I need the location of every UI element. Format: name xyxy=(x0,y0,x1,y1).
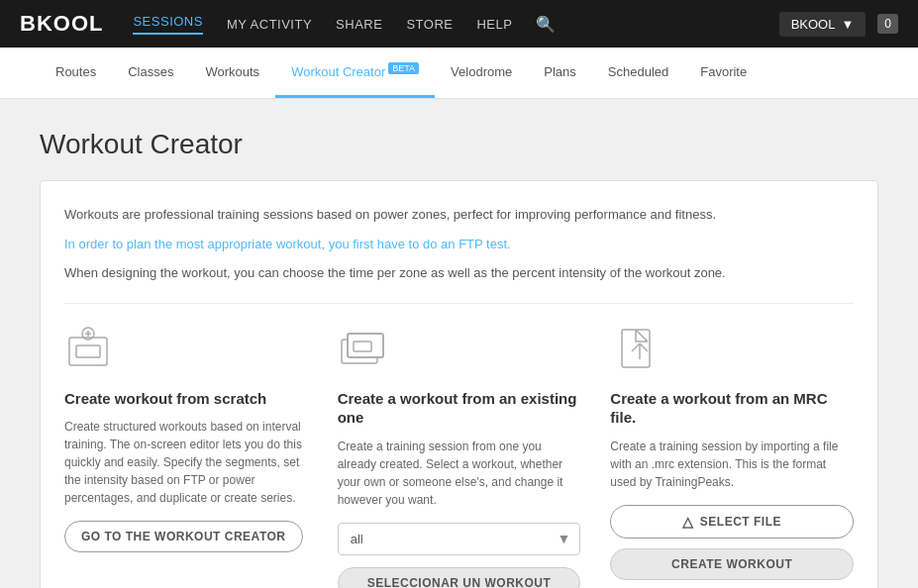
svg-rect-1 xyxy=(76,345,100,357)
svg-line-10 xyxy=(636,330,648,342)
create-scratch-icon xyxy=(64,324,124,375)
tab-velodrome[interactable]: Velodrome xyxy=(435,49,528,98)
user-label: BKOOL xyxy=(791,17,836,32)
tab-scheduled[interactable]: Scheduled xyxy=(592,49,684,98)
create-workout-button[interactable]: CREATE WORKOUT xyxy=(610,548,854,580)
mrc-desc: Create a training session by importing a… xyxy=(610,438,854,491)
top-nav-links: SESSIONS MY ACTIVITY SHARE STORE HELP 🔍 xyxy=(133,14,778,35)
top-navigation: BKOOL SESSIONS MY ACTIVITY SHARE STORE H… xyxy=(0,0,918,48)
site-logo: BKOOL xyxy=(20,11,103,37)
workout-select[interactable]: all xyxy=(338,523,581,555)
svg-line-12 xyxy=(640,343,648,351)
select-file-button[interactable]: △ SELECT FILE xyxy=(610,505,854,539)
mrc-title: Create a workout from an MRC file. xyxy=(610,389,854,428)
tab-favorite[interactable]: Favorite xyxy=(684,49,763,98)
column-scratch: Create workout from scratch Create struc… xyxy=(64,324,308,588)
intro-line1: Workouts are professional training sessi… xyxy=(64,205,854,225)
top-nav-right: BKOOL ▼ 0 xyxy=(779,12,898,37)
select-workout-button[interactable]: SELECCIONAR UN WORKOUT xyxy=(338,567,581,588)
scratch-desc: Create structured workouts based on inte… xyxy=(64,418,308,507)
main-content: Workout Creator Workouts are professiona… xyxy=(0,99,918,588)
tab-classes[interactable]: Classes xyxy=(112,49,189,98)
create-mrc-icon xyxy=(610,324,669,375)
existing-desc: Create a training session from one you a… xyxy=(338,438,581,509)
column-existing: Create a workout from an existing one Cr… xyxy=(338,324,581,588)
secondary-navigation: Routes Classes Workouts Workout CreatorB… xyxy=(0,48,918,99)
svg-rect-0 xyxy=(69,338,107,365)
intro-line2: In order to plan the most appropriate wo… xyxy=(64,235,854,254)
tab-workouts[interactable]: Workouts xyxy=(189,49,275,98)
nav-store[interactable]: STORE xyxy=(406,17,453,32)
ftp-test-link[interactable]: In order to plan the most appropriate wo… xyxy=(64,237,511,251)
nav-sessions[interactable]: SESSIONS xyxy=(133,14,202,35)
go-to-workout-creator-button[interactable]: GO TO THE WORKOUT CREATOR xyxy=(64,521,303,552)
search-icon[interactable]: 🔍 xyxy=(536,15,556,34)
chevron-down-icon: ▼ xyxy=(841,17,854,32)
intro-line3: When designing the workout, you can choo… xyxy=(64,263,854,283)
workout-select-wrapper: all ▼ xyxy=(338,523,581,555)
tab-plans[interactable]: Plans xyxy=(528,49,592,98)
user-menu-button[interactable]: BKOOL ▼ xyxy=(779,12,867,37)
beta-badge: BETA xyxy=(388,62,419,74)
nav-my-activity[interactable]: MY ACTIVITY xyxy=(227,17,312,32)
notification-badge[interactable]: 0 xyxy=(877,14,898,34)
feature-columns: Create workout from scratch Create struc… xyxy=(64,324,854,588)
page-title: Workout Creator xyxy=(40,129,878,160)
card-intro: Workouts are professional training sessi… xyxy=(64,205,854,283)
scratch-title: Create workout from scratch xyxy=(64,389,266,409)
existing-title: Create a workout from an existing one xyxy=(338,389,581,428)
nav-help[interactable]: HELP xyxy=(476,17,512,32)
section-divider xyxy=(64,303,854,304)
create-existing-icon xyxy=(338,324,397,375)
workout-creator-card: Workouts are professional training sessi… xyxy=(40,180,878,588)
tab-routes[interactable]: Routes xyxy=(40,49,112,98)
nav-share[interactable]: SHARE xyxy=(336,17,382,32)
upload-icon: △ xyxy=(682,514,694,530)
column-mrc: Create a workout from an MRC file. Creat… xyxy=(610,324,854,588)
tab-workout-creator[interactable]: Workout CreatorBETA xyxy=(275,48,435,98)
svg-line-11 xyxy=(632,343,640,351)
